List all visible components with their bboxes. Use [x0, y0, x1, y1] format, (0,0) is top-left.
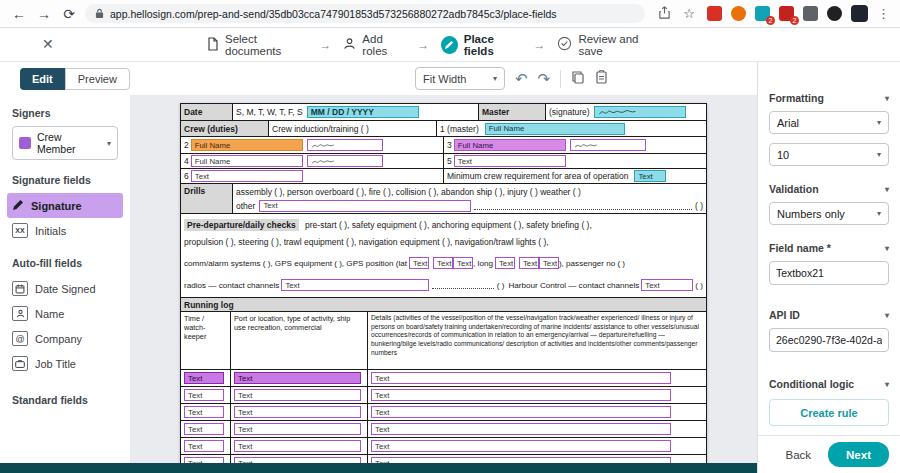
log-cell-time: Text — [181, 370, 231, 386]
conditional-logic-section-header[interactable]: Conditional logic ▾ — [769, 378, 889, 390]
field-name-section-header[interactable]: Field name * ▾ — [769, 242, 889, 254]
master-signature-cell: (signature) — [546, 104, 706, 120]
log-cell-port: Text — [231, 404, 368, 420]
bookmark-star-icon[interactable]: ☆ — [680, 6, 698, 21]
document-canvas[interactable]: Date S, M, T, W, T, F, S MM / DD / YYYY … — [130, 95, 757, 463]
step-add-roles[interactable]: Add roles — [343, 33, 405, 57]
gps-lat-field-3[interactable]: Text — [453, 257, 473, 269]
log-cell-time: Text — [181, 404, 231, 420]
row-number: 5 — [447, 156, 452, 166]
extension-icon-3[interactable]: 2 — [755, 6, 770, 21]
extension-icon-5[interactable] — [803, 6, 818, 21]
create-rule-button[interactable]: Create rule — [769, 399, 889, 426]
edit-button[interactable]: Edit — [20, 68, 65, 90]
step-review-save[interactable]: Review and save — [557, 33, 657, 57]
redo-icon[interactable]: ↷ — [538, 71, 551, 86]
extension-icon-2[interactable] — [731, 6, 746, 21]
log-port-field[interactable]: Text — [234, 406, 361, 418]
gps-lat-field-2[interactable]: Text — [433, 257, 453, 269]
log-time-field[interactable]: Text — [184, 440, 224, 452]
tool-job-title[interactable]: Job Title — [7, 351, 123, 376]
gps-long-field-1[interactable]: Text — [495, 257, 515, 269]
browser-forward-icon[interactable]: → — [35, 6, 53, 22]
crew4-signature-field[interactable] — [307, 155, 383, 167]
gps-lat-field-1[interactable]: Text — [409, 257, 429, 269]
tool-signature[interactable]: Signature — [7, 193, 123, 218]
step-select-documents[interactable]: Select documents — [207, 33, 307, 57]
harbour-channels-field[interactable]: Text — [641, 279, 693, 291]
min-crew-field[interactable]: Text — [634, 170, 666, 182]
conditional-logic-label: Conditional logic — [769, 378, 854, 390]
log-time-field[interactable]: Text — [184, 406, 224, 418]
log-port-field[interactable]: Text — [234, 389, 361, 401]
log-cell-port: Text — [231, 438, 368, 454]
log-time-field[interactable]: Text — [184, 372, 224, 384]
log-port-field[interactable]: Text — [234, 440, 361, 452]
close-icon[interactable]: ✕ — [42, 36, 54, 52]
step-arrow-icon: → — [417, 38, 429, 52]
master-fullname-field[interactable]: Full Name — [485, 123, 625, 135]
share-icon[interactable] — [658, 5, 671, 23]
log-details-field[interactable]: Text — [371, 406, 671, 418]
api-id-input[interactable] — [769, 328, 889, 352]
radios-channels-field[interactable]: Text — [281, 279, 429, 291]
zoom-select[interactable]: Fit Width ▾ — [415, 67, 505, 90]
preview-button[interactable]: Preview — [65, 68, 130, 90]
tool-company[interactable]: @ Company — [7, 326, 123, 351]
log-time-field[interactable]: Text — [184, 389, 224, 401]
field-name-input[interactable] — [769, 261, 889, 285]
tool-label: Name — [35, 308, 64, 320]
log-port-field[interactable]: Text — [234, 423, 361, 435]
log-details-field[interactable]: Text — [371, 389, 671, 401]
extension-icon-1[interactable] — [707, 6, 722, 21]
crew4-fullname-field[interactable]: Full Name — [191, 155, 303, 167]
tool-date-signed[interactable]: Date Signed — [7, 276, 123, 301]
tool-label: Signature — [31, 200, 82, 212]
crew3-signature-field[interactable] — [570, 139, 646, 151]
validation-select[interactable]: Numbers only ▾ — [769, 202, 889, 225]
browser-reload-icon[interactable]: ⟳ — [60, 6, 78, 22]
clipboard-icon[interactable] — [595, 70, 608, 88]
profile-avatar[interactable] — [851, 5, 868, 22]
crew2-signature-field[interactable] — [307, 139, 383, 151]
log-port-field[interactable]: Text — [234, 372, 361, 384]
validation-section-header[interactable]: Validation ▾ — [769, 183, 889, 195]
tool-initials[interactable]: XX Initials — [7, 218, 123, 243]
initials-icon: XX — [12, 223, 28, 238]
log-details-field[interactable]: Text — [371, 423, 671, 435]
crew6-text-field[interactable]: Text — [191, 170, 303, 182]
extension-icon-4[interactable]: 2 — [779, 6, 794, 21]
log-time-field[interactable]: Text — [184, 423, 224, 435]
master-signature-field[interactable] — [594, 106, 686, 118]
predeparture-label: Pre-departure/daily checks — [184, 219, 299, 231]
tool-name[interactable]: Name — [7, 301, 123, 326]
formatting-section-header[interactable]: Formatting ▾ — [769, 92, 889, 104]
font-size-select[interactable]: 10 ▾ — [769, 143, 889, 166]
copy-icon[interactable] — [571, 70, 585, 88]
gps-long-field-2[interactable]: Text — [519, 257, 539, 269]
crew5-text-field[interactable]: Text — [454, 155, 566, 167]
signature-fields-heading: Signature fields — [12, 174, 118, 186]
crew3-fullname-field[interactable]: Full Name — [454, 139, 566, 151]
next-button[interactable]: Next — [828, 442, 889, 467]
paren-text: ( ) — [695, 281, 703, 290]
log-details-field[interactable]: Text — [371, 372, 671, 384]
undo-icon[interactable]: ↶ — [515, 71, 528, 86]
address-bar[interactable]: app.hellosign.com/prep-and-send/35db03cc… — [85, 4, 645, 23]
back-button[interactable]: Back — [776, 444, 820, 466]
date-field[interactable]: MM / DD / YYYY — [307, 106, 419, 118]
pencil-circle-icon — [441, 36, 457, 54]
predep-line3: comm/alarm systems ( ), GPS equipment ( … — [184, 251, 703, 275]
chevron-down-icon: ▾ — [885, 380, 889, 389]
extension-icon-6[interactable] — [827, 6, 842, 21]
browser-menu-icon[interactable]: ⋮ — [877, 6, 890, 21]
drills-other-field[interactable]: Text — [259, 200, 471, 212]
browser-back-icon[interactable]: ← — [10, 6, 28, 22]
log-details-field[interactable]: Text — [371, 440, 671, 452]
gps-long-field-3[interactable]: Text — [539, 257, 559, 269]
api-id-section-header[interactable]: API ID ▾ — [769, 309, 889, 321]
step-place-fields[interactable]: Place fields — [441, 33, 521, 57]
signer-select[interactable]: Crew Member ▾ — [12, 126, 118, 160]
crew2-fullname-field[interactable]: Full Name — [191, 139, 303, 151]
font-select[interactable]: Arial ▾ — [769, 111, 889, 134]
